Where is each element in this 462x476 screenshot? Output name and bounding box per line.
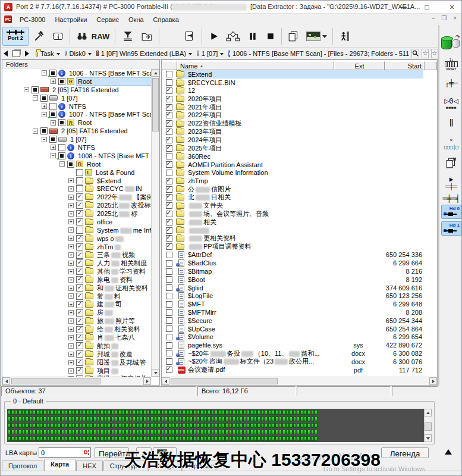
row-checkbox[interactable] bbox=[166, 161, 172, 168]
tree-item[interactable]: +航拍 bbox=[2, 342, 151, 350]
row-checkbox[interactable] bbox=[166, 202, 172, 209]
table-row[interactable]: $gliid374 609 616 bbox=[162, 284, 436, 292]
tree-checkbox[interactable] bbox=[76, 177, 83, 184]
tree-expander-icon[interactable]: + bbox=[68, 327, 74, 332]
scroll-left-button[interactable] bbox=[162, 377, 169, 385]
sector-map-grid[interactable] bbox=[7, 409, 425, 442]
tree-item[interactable]: +office bbox=[2, 218, 151, 226]
tree-checkbox[interactable] bbox=[76, 202, 83, 209]
zero-fill-button[interactable]: ▷0◁ ▄▄▄▄ bbox=[439, 98, 462, 108]
close-button[interactable]: × bbox=[443, 1, 461, 14]
task-dropdown[interactable]: Task bbox=[40, 50, 54, 57]
chevron-down-icon[interactable] bbox=[88, 53, 92, 55]
table-row[interactable]: 2022年项目 bbox=[162, 111, 436, 120]
chevron-down-icon[interactable] bbox=[188, 53, 192, 55]
tree-item[interactable]: +iNTFS bbox=[2, 143, 151, 152]
row-checkbox[interactable] bbox=[166, 334, 172, 340]
tree-expander-icon[interactable]: + bbox=[42, 104, 47, 109]
tree-expander-icon[interactable]: − bbox=[42, 112, 47, 117]
tree-item[interactable]: +给相关资料 bbox=[2, 325, 151, 334]
menu-item[interactable]: Настройки bbox=[50, 16, 92, 23]
start-button[interactable] bbox=[206, 27, 222, 45]
table-row[interactable]: 2025年项目 bbox=[162, 144, 436, 152]
header-start-column[interactable]: Start bbox=[385, 61, 425, 70]
hd0-button[interactable]: Hd 0 bbox=[441, 205, 461, 219]
tree-checkbox[interactable] bbox=[76, 359, 83, 366]
tree-expander-icon[interactable]: + bbox=[68, 277, 74, 283]
row-checkbox[interactable] bbox=[166, 227, 172, 234]
tree-item[interactable]: +人力相关制度 bbox=[2, 259, 151, 267]
tree-checkbox[interactable] bbox=[76, 309, 83, 317]
row-checkbox[interactable] bbox=[166, 243, 172, 250]
tree-expander-icon[interactable]: + bbox=[68, 360, 74, 365]
row-checkbox[interactable] bbox=[166, 293, 172, 299]
tree-expander-icon[interactable]: + bbox=[68, 236, 74, 241]
logical-partition-dropdown[interactable]: 1 [07] bbox=[202, 50, 218, 57]
tab-протокол[interactable]: Протокол bbox=[2, 461, 43, 471]
row-checkbox[interactable] bbox=[166, 170, 172, 176]
tree-expander-icon[interactable]: + bbox=[68, 186, 74, 192]
row-checkbox[interactable] bbox=[166, 79, 172, 86]
tree-checkbox[interactable] bbox=[76, 169, 83, 176]
tree-item[interactable]: +肖七杂八 bbox=[2, 334, 151, 342]
tree-item[interactable]: −1 [07] bbox=[2, 135, 151, 143]
table-row[interactable]: 2022资信业绩模板 bbox=[162, 120, 436, 128]
tree-checkbox[interactable] bbox=[76, 218, 83, 226]
scroll-thumb[interactable] bbox=[171, 378, 278, 384]
tree-expander-icon[interactable]: + bbox=[68, 203, 74, 208]
tree-expander-icon[interactable]: + bbox=[68, 318, 74, 324]
tree-checkbox[interactable] bbox=[76, 293, 83, 300]
tree-expander-icon[interactable]: + bbox=[68, 244, 74, 249]
head-test-button[interactable]: ┌╪─ bbox=[439, 80, 462, 87]
scroll-right-button[interactable] bbox=[429, 377, 437, 385]
tree-expander-icon[interactable]: + bbox=[68, 269, 74, 274]
table-row[interactable]: $Extend bbox=[162, 70, 436, 79]
row-checkbox[interactable] bbox=[166, 104, 172, 111]
table-row[interactable]: $Volume6 299 654 bbox=[162, 333, 436, 342]
tree-expander-icon[interactable]: − bbox=[42, 137, 47, 142]
tree-expander-icon[interactable]: + bbox=[51, 79, 56, 84]
tree-expander-icon[interactable]: + bbox=[68, 195, 74, 200]
tree-expander-icon[interactable]: + bbox=[68, 178, 74, 183]
tree-checkbox[interactable] bbox=[58, 144, 65, 151]
row-checkbox[interactable] bbox=[166, 260, 172, 267]
tab-hex[interactable]: HEX bbox=[76, 461, 103, 471]
table-row[interactable] bbox=[162, 226, 436, 234]
tree-expander-icon[interactable]: − bbox=[51, 153, 56, 158]
table-row[interactable]: 相关 bbox=[162, 218, 436, 226]
tree-checkbox[interactable] bbox=[67, 161, 74, 168]
row-checkbox[interactable] bbox=[166, 342, 172, 349]
tree-expander-icon[interactable]: + bbox=[51, 145, 56, 150]
tree-checkbox[interactable] bbox=[76, 301, 83, 308]
row-checkbox[interactable] bbox=[166, 194, 172, 201]
row-checkbox[interactable] bbox=[166, 112, 172, 118]
minimize-button[interactable]: — bbox=[394, 1, 412, 14]
table-row[interactable]: 公信图片 bbox=[162, 185, 436, 193]
tree-checkbox[interactable] bbox=[49, 111, 56, 118]
dec-hex-toggle-icon[interactable]: D¦ bbox=[83, 449, 90, 456]
tree-checkbox[interactable] bbox=[49, 136, 56, 143]
bookmark-button-2[interactable]: ☆ bbox=[431, 49, 438, 58]
table-row[interactable]: ~$20年咨询标文件（23政公用...docx6 300 076 bbox=[162, 358, 436, 366]
table-row[interactable]: $BadClus6 299 664 bbox=[162, 259, 436, 267]
table-row[interactable]: $Secure650 254 344 bbox=[162, 317, 436, 325]
sector-blocks-button[interactable]: ✕□□□|□ bbox=[439, 137, 462, 151]
row-checkbox[interactable] bbox=[166, 252, 172, 258]
tree-item[interactable]: +建司 bbox=[2, 300, 151, 309]
table-row[interactable]: $Boot8 192 bbox=[162, 275, 436, 284]
tree-checkbox[interactable] bbox=[58, 119, 65, 126]
row-checkbox[interactable] bbox=[166, 317, 172, 324]
tree-item[interactable]: +和证相关资料 bbox=[2, 284, 151, 292]
connect-disk-button[interactable]: ═╪═╡ bbox=[439, 195, 462, 202]
utility-tools-button[interactable] bbox=[32, 27, 47, 45]
row-checkbox[interactable] bbox=[166, 235, 172, 242]
copy-sectors-button[interactable] bbox=[286, 27, 301, 45]
row-checkbox[interactable] bbox=[166, 178, 172, 184]
tree-item[interactable]: +三条视频 bbox=[2, 251, 151, 259]
scroll-left-button[interactable] bbox=[2, 377, 10, 385]
tree-expander-icon[interactable]: + bbox=[68, 293, 74, 299]
tree-item[interactable]: −i1008 - NTFS [Base MFT Sc bbox=[2, 152, 151, 160]
table-row[interactable]: 2021年项目 bbox=[162, 103, 436, 111]
tree-checkbox[interactable] bbox=[76, 326, 83, 333]
row-checkbox[interactable] bbox=[166, 309, 172, 316]
